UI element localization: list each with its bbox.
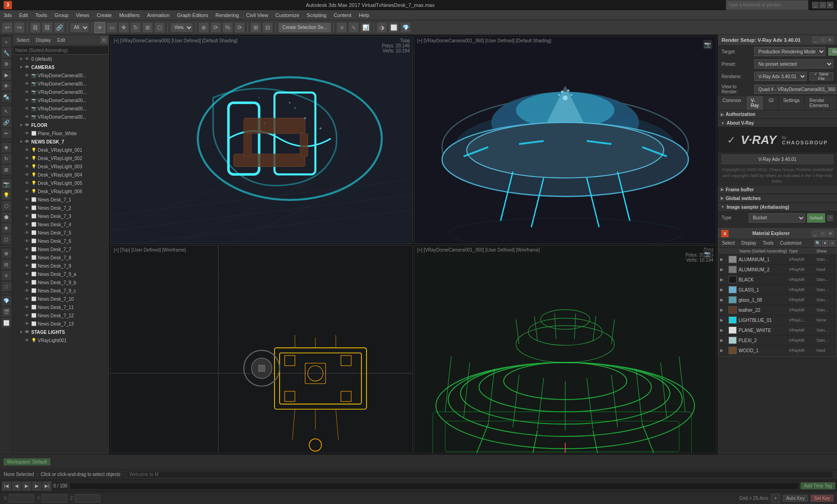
menu-tools[interactable]: Tools (32, 10, 51, 20)
eye-icon[interactable]: 👁 (25, 123, 30, 127)
render-button[interactable]: Render (828, 48, 837, 56)
tree-item-cam6[interactable]: 👁 📷 VRayDomeCamera00... (13, 113, 109, 121)
view-select[interactable]: View (170, 23, 193, 33)
scale-button[interactable]: ⊞ (142, 22, 153, 33)
lt-shape[interactable]: ⬟ (1, 212, 11, 222)
tree-item-news13[interactable]: 👁 ⬜ News Desk_7_13 (13, 320, 109, 328)
eye-icon[interactable]: 👁 (25, 214, 30, 218)
tree-item-news10[interactable]: 👁 ⬜ News Desk_7_10 (13, 295, 109, 303)
eye-icon[interactable]: 👁 (25, 65, 30, 69)
angle-snap[interactable]: ⟳ (210, 22, 221, 33)
section-global-switches-header[interactable]: ▶ Global switches (718, 195, 837, 203)
tab-settings[interactable]: Settings (779, 96, 805, 110)
lt-mirror[interactable]: ⊟ (1, 259, 11, 269)
menu-customize[interactable]: Customize (272, 10, 303, 20)
eye-icon[interactable]: 👁 (25, 272, 30, 276)
scene-close-icon[interactable]: ✕ (100, 36, 108, 44)
graph-button[interactable]: 📊 (360, 22, 371, 33)
add-key-icon[interactable]: + (771, 494, 780, 503)
tree-item-cam5[interactable]: 👁 📷 VRayDomeCamera00... (13, 104, 109, 113)
layers-button[interactable]: ≡ (336, 22, 347, 33)
tl-play[interactable]: ▶ (22, 481, 31, 491)
eye-icon[interactable]: 👁 (25, 239, 30, 243)
scene-display-tab[interactable]: Display (33, 36, 54, 44)
tab-common[interactable]: Common (718, 96, 746, 110)
eye-icon[interactable]: 👁 (25, 222, 30, 227)
eye-icon[interactable]: 👁 (25, 148, 30, 152)
render-setup-maximize[interactable]: □ (820, 37, 826, 43)
tree-item-news6[interactable]: 👁 ⬜ News Desk_7_6 (13, 237, 109, 245)
eye-icon[interactable]: 👁 (25, 156, 30, 160)
lt-material[interactable]: 💎 (1, 296, 11, 306)
filter-select[interactable]: All (70, 23, 89, 33)
viewport-top-wireframe[interactable]: [+] [Top] [User Defined] [Wireframe] (110, 245, 413, 453)
unlink-button[interactable]: ⛓ (42, 22, 53, 33)
eye-icon[interactable]: 👁 (25, 263, 30, 268)
tree-item-floor[interactable]: ▼ 👁 FLOOR (13, 121, 109, 129)
menu-graph-editors[interactable]: Graph Editors (173, 10, 212, 20)
tree-item-desk3[interactable]: 👁 💡 Desk_VRayLight_003 (13, 162, 109, 171)
tree-item-news2[interactable]: 👁 ⬜ News Desk_7_2 (13, 204, 109, 212)
render-view-select[interactable]: Quad 4 - VRayDomeCamera001_360 (754, 85, 837, 94)
lt-rotate[interactable]: ↻ (1, 154, 11, 164)
percent-snap[interactable]: % (222, 22, 233, 33)
lt-camera[interactable]: 📷 (1, 179, 11, 189)
tl-start[interactable]: |◀ (2, 481, 11, 491)
save-file-button[interactable]: ✓ Save File (809, 72, 833, 80)
tree-item-news5[interactable]: 👁 ⬜ News Desk_7_5 (13, 229, 109, 237)
render-button[interactable]: ◑ (376, 22, 387, 33)
tree-item-desk1[interactable]: 👁 💡 Desk_VRayLight_001 (13, 146, 109, 154)
lt-scale[interactable]: ⊞ (1, 165, 11, 175)
lt-track[interactable]: 🎬 (1, 307, 11, 317)
mat-tools-btn[interactable]: Tools (760, 240, 776, 246)
menu-rendering[interactable]: Rendering (212, 10, 243, 20)
eye-icon[interactable]: 👁 (25, 139, 30, 144)
material-editor-button[interactable]: 💎 (400, 22, 411, 33)
bind-button[interactable]: 🔗 (54, 22, 65, 33)
tree-item-cam1[interactable]: 👁 📷 VRayDomeCamera00... (13, 71, 109, 80)
mat-list-item[interactable]: ▶ PLANE_WHITE VRayMtl Stan... (718, 326, 837, 336)
snap-toggle[interactable]: ⊕ (198, 22, 209, 33)
tree-item-news1[interactable]: 👁 ⬜ News Desk_7_1 (13, 195, 109, 204)
spinner-snap[interactable]: ⟳ (234, 22, 245, 33)
tree-item-news4[interactable]: 👁 ⬜ News Desk_7_4 (13, 220, 109, 229)
z-input[interactable] (75, 494, 100, 503)
lt-helper[interactable]: ✚ (1, 223, 11, 233)
tree-item-desk5[interactable]: 👁 💡 Desk_VRayLight_005 (13, 179, 109, 187)
render-renderer-select[interactable]: V-Ray Adv 3.40.01 (754, 72, 807, 81)
eye-icon[interactable]: 👁 (25, 247, 30, 252)
mat-explorer-close[interactable]: ✕ (827, 230, 834, 237)
scene-search-input[interactable] (13, 46, 109, 55)
type-select[interactable]: Bucket (749, 213, 805, 223)
create-selection-button[interactable]: Create Selection Se... (278, 23, 331, 33)
tree-item-news9a[interactable]: 👁 ⬜ News Desk_7_9_a (13, 270, 109, 278)
menu-animation[interactable]: Animation (143, 10, 173, 20)
mat-customize-btn[interactable]: Customize (777, 240, 804, 246)
scene-select-tab[interactable]: Select (14, 36, 32, 44)
eye-icon[interactable]: 👁 (25, 189, 30, 194)
tree-item-desk6[interactable]: 👁 💡 Desk_VRayLight_006 (13, 187, 109, 195)
eye-icon[interactable]: 👁 (25, 164, 30, 169)
mat-search-icon[interactable]: 🔍 (814, 240, 821, 246)
eye-icon[interactable]: 👁 (25, 230, 30, 235)
lt-snap[interactable]: ⊕ (1, 248, 11, 258)
select-button[interactable]: ✛ (94, 22, 105, 33)
eye-icon[interactable]: 👁 (25, 321, 30, 326)
section-about-vray-header[interactable]: ▼ About V-Ray (718, 119, 837, 127)
section-framebuffer-header[interactable]: ▶ Frame buffer (718, 186, 837, 194)
tree-item-news9[interactable]: 👁 ⬜ News Desk_7_9 (13, 262, 109, 270)
render-setup-close[interactable]: ✕ (827, 37, 833, 43)
lt-create[interactable]: + (1, 37, 11, 47)
mat-explorer-maximize[interactable]: □ (820, 230, 826, 237)
menu-create[interactable]: Create (93, 10, 115, 20)
set-key-button[interactable]: Set Key (811, 495, 833, 502)
eye-icon[interactable]: 👁 (25, 305, 30, 309)
lt-align[interactable]: ≡ (1, 270, 11, 281)
eye-icon[interactable]: 👁 (25, 98, 30, 103)
mat-list-item[interactable]: ▶ LIGHTBLUE_01 VRayLi... None (718, 315, 837, 326)
menu-views[interactable]: Views (72, 10, 93, 20)
tree-item-news8[interactable]: 👁 ⬜ News Desk_7_8 (13, 253, 109, 262)
help-button[interactable]: ? (827, 215, 833, 221)
tl-next[interactable]: ▶ (32, 481, 41, 491)
mirror-button[interactable]: ⊞ (250, 22, 261, 33)
